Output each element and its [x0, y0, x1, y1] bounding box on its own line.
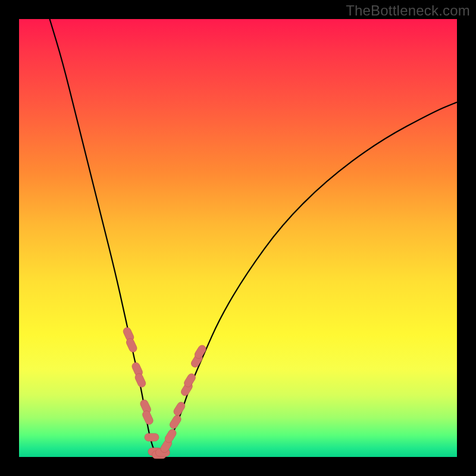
data-marker [141, 409, 154, 425]
plot-area [19, 19, 457, 457]
watermark-text: TheBottleneck.com [346, 2, 470, 19]
chart-frame: TheBottleneck.com [0, 0, 476, 476]
data-marker [145, 433, 159, 441]
marker-group [122, 326, 208, 459]
curve-layer [19, 19, 457, 457]
bottleneck-curve [50, 19, 458, 453]
